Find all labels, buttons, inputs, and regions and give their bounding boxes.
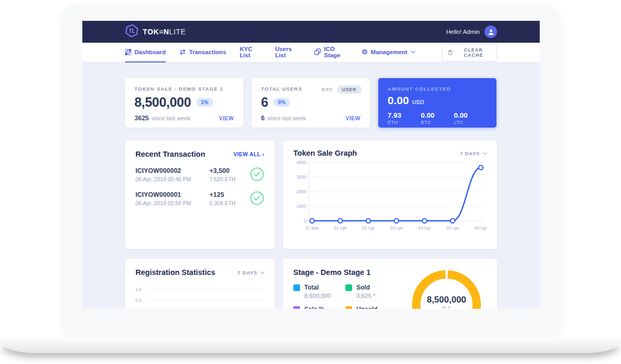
delta-value: 6 <box>261 115 265 122</box>
chevron-down-icon <box>483 150 487 154</box>
crypto-value: 0.00 <box>454 111 487 119</box>
bottom-row: Registration Statistics 7 DAYS 1.00.80.6… <box>125 259 497 309</box>
token-sale-value: 8,500,000 <box>134 95 191 110</box>
brand-logo[interactable]: TL TOK≡NLITE <box>125 24 186 40</box>
delta-label: since last week <box>267 115 306 121</box>
transaction-row[interactable]: ICIYOW000002 06 Apr, 2019 05:46 PM +3,50… <box>135 167 264 182</box>
card-title: TOKEN SALE - DEMO STAGE 1 <box>134 86 234 92</box>
tx-amount: +125 <box>209 191 250 198</box>
token-sale-graph-card: Token Sale Graph 7 DAYS 0100020003000400… <box>283 141 497 249</box>
clear-cache-button[interactable]: CLEAR CACHE <box>442 44 497 61</box>
clear-cache-label: CLEAR CACHE <box>456 47 491 58</box>
total-users-value: 6 <box>261 95 268 110</box>
user-area[interactable]: Hello! Admin <box>446 26 497 38</box>
tab-management[interactable]: ⚙ Management <box>362 43 415 62</box>
card-heading: Registration Statistics <box>135 268 215 277</box>
transactions-card: Recent Transaction VIEW ALL › ICIYOW0000… <box>125 141 275 249</box>
tab-label: Transactions <box>189 49 226 55</box>
dashboard-content: TOKEN SALE - DEMO STAGE 1 8,500,000 1% 3… <box>82 62 540 309</box>
gear-icon: ⚙ <box>362 48 368 55</box>
registration-chart: 1.00.80.6 <box>135 284 264 309</box>
tx-date: 06 Apr, 2019 02:55 PM <box>135 200 209 206</box>
tab-kyc-list[interactable]: KYC List <box>240 43 262 62</box>
tx-eth: 7.620 ETH <box>209 176 250 182</box>
legend-value: 8,500,000 <box>304 293 345 299</box>
reg-axis-row: 0.6 <box>135 306 264 309</box>
chevron-down-icon <box>411 49 415 53</box>
svg-text:3000: 3000 <box>296 174 306 180</box>
stat-card-amount-collected: AMOUNT COLLECTED 0.00 USD 7.93 ETH 0.00 … <box>378 78 496 128</box>
delta-value: 3625 <box>134 115 149 122</box>
crypto-label: ETH <box>388 120 421 125</box>
svg-text:31 Mar: 31 Mar <box>305 225 319 231</box>
crypto-value: 7.93 <box>388 111 421 119</box>
middle-row: Recent Transaction VIEW ALL › ICIYOW0000… <box>125 141 497 249</box>
crypto-label: LTC <box>454 120 487 125</box>
view-all-link[interactable]: VIEW ALL › <box>233 151 264 157</box>
view-link[interactable]: VIEW <box>219 115 234 121</box>
legend-label: Sale % <box>304 306 325 309</box>
svg-text:4000: 4000 <box>296 160 306 165</box>
kyc-toggle-option[interactable]: KYC <box>322 87 333 92</box>
reg-axis-row: 0.8 <box>135 295 264 306</box>
tab-users-list[interactable]: Users List <box>275 43 301 62</box>
laptop-mockup: TL TOK≡NLITE Hello! Admin <box>0 0 621 364</box>
svg-text:04 Apr: 04 Apr <box>418 225 431 231</box>
crypto-value: 0.00 <box>421 111 454 119</box>
donut-center-value: 8,500,000 <box>407 295 486 305</box>
tab-dashboard[interactable]: Dashboard <box>125 43 166 62</box>
tx-id: ICIYOW000002 <box>135 167 209 174</box>
check-circle-icon <box>250 191 264 205</box>
person-icon <box>488 29 494 35</box>
legend-swatch <box>293 306 300 309</box>
kyc-user-toggle: KYC USER <box>322 85 362 94</box>
crypto-ltc: 0.00 LTC <box>454 111 487 125</box>
tab-transactions[interactable]: Transactions <box>179 43 226 62</box>
card-heading: Token Sale Graph <box>293 149 357 157</box>
grid-icon <box>125 49 131 55</box>
tab-label: ICO Stage <box>324 46 348 58</box>
tab-label: KYC List <box>240 46 262 58</box>
tab-label: Dashboard <box>134 49 166 55</box>
registration-card: Registration Statistics 7 DAYS 1.00.80.6 <box>125 259 275 309</box>
chevron-down-icon <box>260 269 265 273</box>
user-toggle-option[interactable]: USER <box>337 85 362 94</box>
legend-swatch <box>293 284 300 291</box>
avatar[interactable] <box>485 26 497 38</box>
percent-badge: 1% <box>196 98 213 107</box>
tab-label: Users List <box>275 46 301 58</box>
legend-label: Unsold <box>356 306 378 309</box>
percent-badge: 0% <box>274 98 290 107</box>
range-label: 7 DAYS <box>238 270 257 275</box>
crypto-breakdown: 7.93 ETH 0.00 BTC 0.00 LTC <box>388 111 487 125</box>
tx-amount: +3,500 <box>209 167 250 174</box>
transaction-row[interactable]: ICIYOW000001 06 Apr, 2019 02:55 PM +125 … <box>135 191 264 206</box>
tx-id: ICIYOW000001 <box>135 191 209 198</box>
stats-row: TOKEN SALE - DEMO STAGE 1 8,500,000 1% 3… <box>125 78 497 128</box>
delta-label: since last week <box>152 115 191 121</box>
tab-ico-stage[interactable]: ICO Stage <box>314 43 348 62</box>
range-selector[interactable]: 7 DAYS <box>460 150 487 156</box>
card-title: AMOUNT COLLECTED <box>388 86 487 92</box>
legend-value: 3,625 * <box>356 293 398 299</box>
svg-text:03 Apr: 03 Apr <box>390 225 403 231</box>
svg-text:TL: TL <box>129 28 135 34</box>
hexagon-logo-icon: TL <box>125 24 139 40</box>
check-circle-icon <box>250 167 264 181</box>
stat-card-total-users: TOTAL USERS KYC USER 6 0% 6 since last w… <box>252 78 370 128</box>
legend-item-total: Total 8,500,000 <box>293 284 345 299</box>
laptop-screen: TL TOK≡NLITE Hello! Admin <box>82 21 540 309</box>
svg-text:2000: 2000 <box>296 189 306 194</box>
card-heading: Stage - Demo Stage 1 <box>293 268 370 277</box>
range-selector[interactable]: 7 DAYS <box>238 270 264 275</box>
legend-swatch <box>345 306 352 309</box>
reg-axis-row: 1.0 <box>135 284 264 295</box>
svg-text:1000: 1000 <box>296 204 306 209</box>
svg-text:06 Apr: 06 Apr <box>475 225 487 231</box>
tx-eth: 0.308 ETH <box>209 200 250 206</box>
currency-label: USD <box>412 99 424 105</box>
svg-text:01 Apr: 01 Apr <box>334 225 347 231</box>
laptop-base <box>0 337 621 353</box>
legend-label: Sold <box>356 284 370 291</box>
view-link[interactable]: VIEW <box>345 115 361 121</box>
